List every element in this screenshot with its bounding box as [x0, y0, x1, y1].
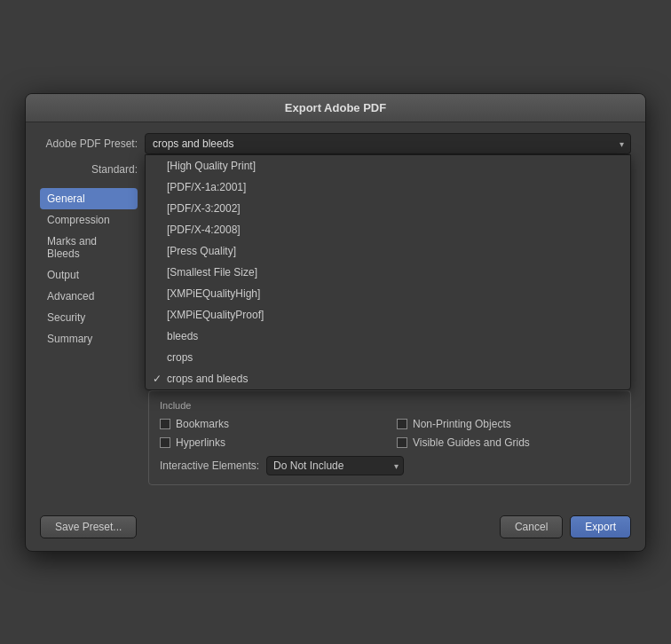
action-buttons: Cancel Export — [500, 515, 631, 538]
bookmarks-checkbox[interactable] — [160, 419, 170, 429]
dropdown-item-xmpie-high[interactable]: [XMPiEQualityHigh] — [146, 283, 630, 304]
preset-dropdown: [High Quality Print] [PDF/X-1a:2001] [PD… — [145, 154, 631, 390]
dropdown-item-bleeds[interactable]: bleeds — [146, 326, 630, 347]
preset-value: crops and bleeds — [153, 137, 233, 150]
sidebar-item-general[interactable]: General — [40, 188, 138, 209]
save-preset-button[interactable]: Save Preset... — [40, 515, 137, 538]
export-pdf-dialog: Export Adobe PDF Adobe PDF Preset: crops… — [25, 93, 646, 552]
sidebar-item-output[interactable]: Output — [40, 264, 138, 286]
dropdown-item-crops[interactable]: crops — [146, 347, 630, 368]
interactive-elements-select[interactable]: Do Not Include — [266, 456, 404, 475]
hyperlinks-row: Hyperlinks — [160, 436, 383, 449]
non-printing-row: Non-Printing Objects — [397, 418, 620, 430]
dropdown-item-press[interactable]: [Press Quality] — [146, 240, 630, 262]
preset-select-wrapper: crops and bleeds ▾ [High Quality Print] … — [145, 133, 631, 154]
dropdown-item-pdfx1a[interactable]: [PDF/X-1a:2001] — [146, 177, 630, 198]
dropdown-item-pdfx3[interactable]: [PDF/X-3:2002] — [146, 198, 630, 219]
sidebar-item-security[interactable]: Security — [40, 307, 138, 328]
dropdown-item-crops-bleeds[interactable]: crops and bleeds — [146, 368, 630, 389]
sidebar-item-marks-bleeds[interactable]: Marks and Bleeds — [40, 231, 138, 264]
preset-select[interactable]: crops and bleeds ▾ — [145, 133, 631, 154]
dropdown-item-smallest[interactable]: [Smallest File Size] — [146, 262, 630, 283]
dialog-footer: Save Preset... Cancel Export — [26, 505, 645, 551]
interactive-elements-row: Interactive Elements: Do Not Include — [160, 456, 620, 475]
preset-label: Adobe PDF Preset: — [40, 137, 138, 150]
sidebar-item-compression[interactable]: Compression — [40, 209, 138, 231]
include-section: Include Bookmarks Non-Printing Objects — [148, 390, 631, 485]
include-title: Include — [160, 400, 620, 411]
hyperlinks-checkbox[interactable] — [160, 437, 170, 448]
preset-row: Adobe PDF Preset: crops and bleeds ▾ [Hi… — [40, 133, 631, 154]
dropdown-item-pdfx4[interactable]: [PDF/X-4:2008] — [146, 219, 630, 240]
dropdown-item-xmpie-proof[interactable]: [XMPiEQualityProof] — [146, 304, 630, 326]
interactive-select-wrapper: Do Not Include — [266, 456, 404, 475]
preset-chevron-icon: ▾ — [620, 138, 624, 148]
bookmarks-label: Bookmarks — [176, 418, 229, 430]
dialog-title: Export Adobe PDF — [26, 94, 645, 122]
visible-guides-checkbox[interactable] — [397, 437, 407, 448]
sidebar: General Compression Marks and Bleeds Out… — [40, 188, 138, 494]
bookmarks-row: Bookmarks — [160, 418, 383, 430]
sidebar-item-summary[interactable]: Summary — [40, 328, 138, 349]
visible-guides-label: Visible Guides and Grids — [413, 436, 530, 449]
dropdown-item-hq[interactable]: [High Quality Print] — [146, 155, 630, 177]
sidebar-item-advanced[interactable]: Advanced — [40, 286, 138, 307]
visible-guides-row: Visible Guides and Grids — [397, 436, 620, 449]
cancel-button[interactable]: Cancel — [500, 515, 563, 538]
interactive-elements-label: Interactive Elements: — [160, 459, 259, 472]
non-printing-checkbox[interactable] — [397, 419, 407, 429]
include-grid: Bookmarks Non-Printing Objects Hyperlink… — [160, 418, 620, 449]
export-button[interactable]: Export — [570, 515, 631, 538]
standard-label: Standard: — [40, 163, 138, 176]
hyperlinks-label: Hyperlinks — [176, 436, 225, 449]
non-printing-label: Non-Printing Objects — [413, 418, 511, 430]
